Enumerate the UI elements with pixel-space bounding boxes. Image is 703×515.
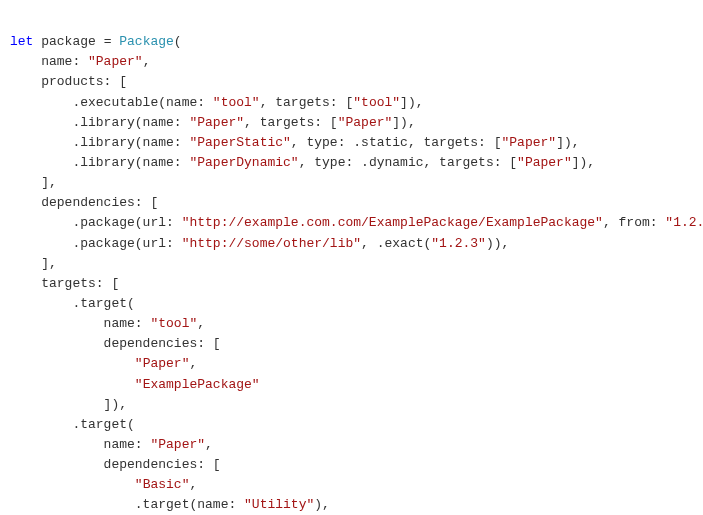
code-token: = [104, 34, 120, 49]
code-token: , targets: [ [260, 95, 354, 110]
code-token: ), [314, 497, 330, 512]
code-token: static [361, 135, 408, 150]
code-token: .target(name: [10, 497, 244, 512]
code-token: , .exact( [361, 236, 431, 251]
code-token: dynamic [369, 155, 424, 170]
code-token: ], [10, 256, 57, 271]
code-token: , [197, 316, 205, 331]
code-token: "Paper" [135, 356, 190, 371]
code-token: , [205, 437, 213, 452]
code-token: , type: . [291, 135, 361, 150]
code-token: "Utility" [244, 497, 314, 512]
code-token: , targets: [ [408, 135, 502, 150]
code-token: "ExamplePackage" [135, 377, 260, 392]
code-token: , targets: [ [244, 115, 338, 130]
code-token: ]), [400, 95, 423, 110]
code-token: name: [10, 316, 150, 331]
code-token: "Paper" [517, 155, 572, 170]
code-token: "Paper" [189, 115, 244, 130]
code-token: "http://some/other/lib" [182, 236, 361, 251]
code-token: "Paper" [150, 437, 205, 452]
code-token: "1.2.3" [431, 236, 486, 251]
code-token: .executable(name: [10, 95, 213, 110]
code-token: , from: [603, 215, 665, 230]
code-token: ]), [572, 155, 595, 170]
code-token: dependencies: [ [10, 336, 221, 351]
code-token: , type: . [299, 155, 369, 170]
code-token: products: [ [10, 74, 127, 89]
code-token: "tool" [213, 95, 260, 110]
code-token: ], [10, 175, 57, 190]
code-token: , targets: [ [423, 155, 517, 170]
code-token: ]), [392, 115, 415, 130]
code-block: let package = Package( name: "Paper", pr… [10, 32, 703, 515]
code-token: "PaperStatic" [189, 135, 290, 150]
code-token: .package(url: [10, 215, 182, 230]
code-token: "http://example.com.com/ExamplePackage/E… [182, 215, 603, 230]
code-token: ]), [556, 135, 579, 150]
code-token: .library(name: [10, 155, 189, 170]
code-token: )), [486, 236, 509, 251]
code-token: dependencies: [ [10, 457, 221, 472]
code-token: "Paper" [502, 135, 557, 150]
code-token: , [189, 356, 197, 371]
code-token: "PaperDynamic" [189, 155, 298, 170]
code-token: .library(name: [10, 115, 189, 130]
code-token: "Paper" [338, 115, 393, 130]
code-token: name: [10, 437, 150, 452]
code-token: targets: [ [10, 276, 119, 291]
code-token: name: [10, 54, 88, 69]
code-token: Package [119, 34, 174, 49]
code-token: .target( [10, 296, 135, 311]
code-token: , [143, 54, 151, 69]
code-token: dependencies: [ [10, 195, 158, 210]
code-token: "1.2. [665, 215, 703, 230]
code-token: .library(name: [10, 135, 189, 150]
code-token [10, 356, 135, 371]
code-token: , [189, 477, 197, 492]
code-token [10, 477, 135, 492]
code-token: package [33, 34, 103, 49]
code-token: ( [174, 34, 182, 49]
code-token: .target( [10, 417, 135, 432]
code-token: "Basic" [135, 477, 190, 492]
code-token: "tool" [150, 316, 197, 331]
code-token: "tool" [353, 95, 400, 110]
code-token: let [10, 34, 33, 49]
code-token: ]), [10, 397, 127, 412]
code-token [10, 377, 135, 392]
code-token: "Paper" [88, 54, 143, 69]
code-token: .package(url: [10, 236, 182, 251]
